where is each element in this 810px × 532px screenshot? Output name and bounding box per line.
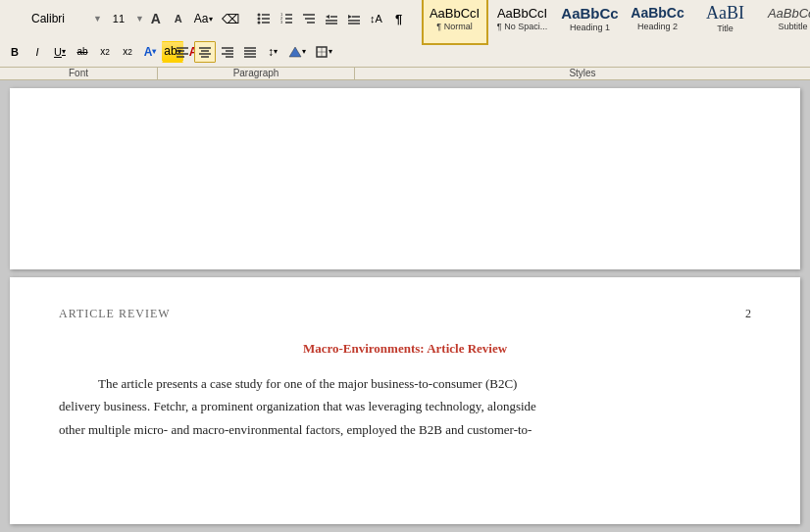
multilevel-icon <box>302 12 316 25</box>
align-right-icon <box>221 45 234 59</box>
style-normal-label: ¶ Normal <box>436 22 472 31</box>
toolbar: Calibri ▼ 11 ▼ A A Aa▾ ⌫ 123 <box>0 0 810 80</box>
align-center-icon <box>198 45 212 59</box>
page-header: ARTICLE REVIEW 2 <box>59 307 751 321</box>
increase-indent-icon <box>347 12 361 25</box>
svg-point-4 <box>257 18 260 21</box>
font-section-label: Font <box>0 68 157 79</box>
justify-button[interactable] <box>239 41 261 63</box>
strikethrough-button[interactable]: ab <box>72 41 93 63</box>
style-subtitle-preview: AaBbCcI <box>768 7 810 20</box>
bold-button[interactable]: B <box>4 41 25 63</box>
align-left-button[interactable] <box>172 41 193 63</box>
svg-point-3 <box>257 14 260 17</box>
change-case-button[interactable]: Aa▾ <box>190 8 217 29</box>
style-no-spacing-preview: AaBbCcI <box>497 7 547 20</box>
page-number: 2 <box>745 307 751 321</box>
sort-button[interactable]: ↕A <box>366 8 387 29</box>
body-line-1: The article presents a case study for on… <box>59 372 751 395</box>
bullets-icon <box>257 12 271 25</box>
style-subtitle-label: Subtitle <box>779 22 808 31</box>
para-align-group: ↕▾ ▾ ▾ <box>172 41 336 63</box>
borders-button[interactable]: ▾ <box>311 41 336 63</box>
shading-icon <box>288 45 302 59</box>
clear-format-button[interactable]: ⌫ <box>218 8 243 29</box>
bullets-button[interactable] <box>253 8 275 29</box>
style-title-preview: AaBI <box>706 4 744 22</box>
shading-button[interactable]: ▾ <box>284 41 310 63</box>
svg-marker-15 <box>326 15 329 19</box>
shrink-font-button[interactable]: A <box>168 8 189 29</box>
superscript-button[interactable]: x2 <box>117 41 138 63</box>
font-size-input[interactable]: 11 <box>103 8 134 29</box>
style-no-spacing-label: ¶ No Spaci... <box>497 22 547 31</box>
font-group-r1: Calibri ▼ 11 ▼ A A Aa▾ ⌫ <box>4 8 243 29</box>
document-body[interactable]: The article presents a case study for on… <box>59 372 751 441</box>
align-center-button[interactable] <box>194 41 216 63</box>
styles-section-label: Styles <box>355 68 810 79</box>
svg-marker-19 <box>348 15 352 19</box>
multilevel-list-button[interactable] <box>298 8 320 29</box>
font-size-arrow[interactable]: ▼ <box>135 14 144 24</box>
italic-button[interactable]: I <box>26 41 48 63</box>
svg-point-5 <box>257 22 260 24</box>
svg-marker-39 <box>289 47 301 57</box>
header-text: ARTICLE REVIEW <box>59 307 171 321</box>
style-heading2-preview: AaBbCc <box>631 6 683 20</box>
font-format-group: B I U▾ ab x2 x2 A▾ ab▾ A▾ <box>4 41 161 63</box>
show-hide-button[interactable]: ¶ <box>388 8 410 29</box>
section-labels-row: Font Paragraph Styles <box>0 67 810 79</box>
text-effects-button[interactable]: A▾ <box>139 41 161 63</box>
document-area: ARTICLE REVIEW 2 Macro-Environments: Art… <box>0 80 810 532</box>
font-name-arrow[interactable]: ▼ <box>93 14 102 24</box>
subscript-button[interactable]: x2 <box>94 41 116 63</box>
style-normal-preview: AaBbCcI <box>430 7 480 20</box>
borders-icon <box>315 45 329 59</box>
body-line-2: delivery business. Fetchr, a prominent o… <box>59 395 751 417</box>
numbering-button[interactable]: 123 <box>276 8 297 29</box>
toolbar-row2: B I U▾ ab x2 x2 A▾ ab▾ A▾ <box>0 37 810 67</box>
style-heading2-label: Heading 2 <box>637 22 678 31</box>
line-spacing-button[interactable]: ↕▾ <box>262 41 283 63</box>
align-left-icon <box>176 45 189 59</box>
document-title: Macro-Environments: Article Review <box>59 341 751 357</box>
justify-icon <box>243 45 257 59</box>
decrease-indent-icon <box>325 12 338 25</box>
grow-font-button[interactable]: A <box>145 8 167 29</box>
style-title-label: Title <box>717 24 734 33</box>
align-right-button[interactable] <box>217 41 238 63</box>
style-heading1-label: Heading 1 <box>570 23 610 32</box>
para-group-r1: 123 ↕A ¶ <box>253 8 410 29</box>
paragraph-section-label: Paragraph <box>158 68 354 79</box>
svg-text:3: 3 <box>280 20 283 24</box>
increase-indent-button[interactable] <box>343 8 365 29</box>
numbering-icon: 123 <box>279 12 293 25</box>
body-line-3: other multiple micro- and macro-environm… <box>59 418 751 441</box>
decrease-indent-button[interactable] <box>321 8 342 29</box>
underline-button[interactable]: U▾ <box>49 41 71 63</box>
toolbar-row1: Calibri ▼ 11 ▼ A A Aa▾ ⌫ 123 <box>0 0 810 37</box>
page-2: ARTICLE REVIEW 2 Macro-Environments: Art… <box>10 277 800 524</box>
page-1 <box>10 88 800 269</box>
font-name-dropdown[interactable]: Calibri <box>4 8 92 29</box>
style-heading1-preview: AaBbCc <box>561 6 618 21</box>
